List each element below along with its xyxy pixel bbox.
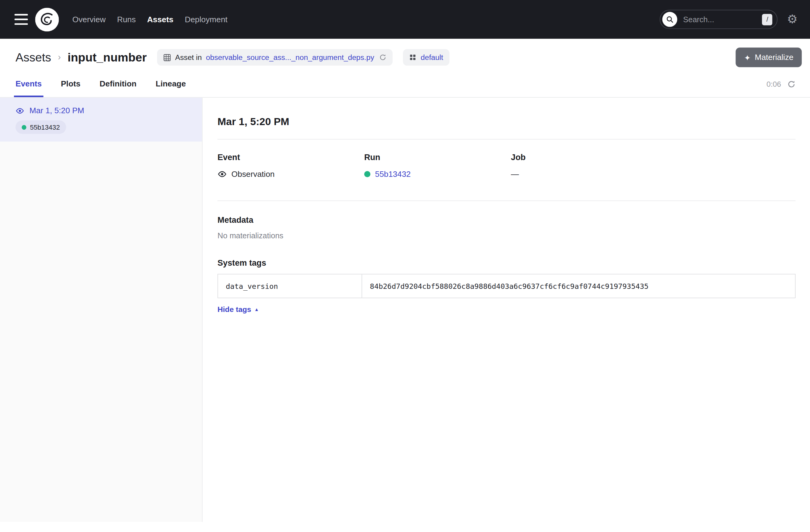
hide-tags-label: Hide tags bbox=[217, 305, 251, 313]
nav-item-overview[interactable]: Overview bbox=[67, 15, 111, 24]
asset-location-prefix: Asset in bbox=[175, 53, 202, 62]
run-column: Run 55b13432 bbox=[364, 153, 511, 179]
event-timestamp: Mar 1, 5:20 PM bbox=[16, 106, 194, 115]
tab-definition[interactable]: Definition bbox=[99, 79, 136, 97]
job-column: Job — bbox=[511, 153, 658, 179]
run-status-dot bbox=[364, 171, 370, 177]
content-area: Mar 1, 5:20 PM 55b13432 Mar 1, 5:20 PM E… bbox=[0, 98, 810, 522]
run-id-label: 55b13432 bbox=[30, 123, 60, 131]
nav-item-assets[interactable]: Assets bbox=[142, 15, 179, 24]
hide-tags-toggle[interactable]: Hide tags ▲ bbox=[217, 305, 259, 313]
refresh-timer: 0:06 bbox=[766, 80, 795, 97]
event-detail-panel: Mar 1, 5:20 PM Event Observation bbox=[202, 98, 810, 522]
refresh-icon[interactable] bbox=[787, 80, 795, 88]
asset-location-chip: Asset in observable_source_ass..._non_ar… bbox=[157, 49, 393, 65]
events-sidebar: Mar 1, 5:20 PM 55b13432 bbox=[0, 98, 202, 522]
metadata-empty-state: No materializations bbox=[217, 231, 796, 240]
eye-icon bbox=[217, 170, 227, 179]
nav-item-runs[interactable]: Runs bbox=[111, 15, 142, 24]
reload-location-icon[interactable] bbox=[379, 54, 387, 61]
event-column: Event Observation bbox=[217, 153, 364, 179]
asset-group-chip[interactable]: default bbox=[403, 49, 450, 65]
code-location-link[interactable]: observable_source_ass..._non_argument_de… bbox=[206, 53, 374, 62]
search-shortcut-key: / bbox=[762, 14, 773, 25]
eye-icon bbox=[16, 106, 25, 115]
event-summary-columns: Event Observation Run bbox=[217, 140, 796, 200]
run-id-chip[interactable]: 55b13432 bbox=[16, 120, 66, 134]
search-icon bbox=[662, 12, 677, 27]
system-tags-title: System tags bbox=[217, 258, 796, 268]
hamburger-menu-icon[interactable] bbox=[15, 14, 28, 25]
event-column-label: Event bbox=[217, 153, 364, 162]
breadcrumb-assets-link[interactable]: Assets bbox=[16, 50, 51, 65]
system-tags-table: data_version 84b26d7d9204cbf588026c8a988… bbox=[217, 274, 796, 298]
event-detail-title: Mar 1, 5:20 PM bbox=[217, 116, 796, 128]
asset-group-link[interactable]: default bbox=[421, 53, 443, 62]
run-column-label: Run bbox=[364, 153, 511, 162]
tag-value-cell: 84b26d7d9204cbf588026c8a9886d403a6c9637c… bbox=[362, 275, 795, 297]
metadata-title: Metadata bbox=[217, 215, 796, 225]
event-timestamp-label: Mar 1, 5:20 PM bbox=[30, 106, 84, 115]
tag-key-cell: data_version bbox=[218, 275, 362, 297]
metadata-section: Metadata No materializations bbox=[217, 215, 796, 240]
run-status-dot bbox=[21, 125, 26, 129]
dagster-logo[interactable] bbox=[35, 7, 59, 31]
materialize-button[interactable]: ✦ Materialize bbox=[736, 47, 802, 67]
search-box[interactable]: / bbox=[660, 10, 778, 29]
event-list-item[interactable]: Mar 1, 5:20 PM 55b13432 bbox=[0, 98, 202, 142]
materialize-label: Materialize bbox=[755, 53, 793, 62]
refresh-countdown: 0:06 bbox=[766, 80, 781, 88]
page-title: input_number bbox=[67, 50, 147, 65]
page-header: Assets › input_number Asset in observabl… bbox=[0, 39, 810, 98]
breadcrumb: Assets › input_number Asset in observabl… bbox=[0, 39, 810, 71]
asset-group-icon bbox=[409, 54, 417, 61]
job-value: — bbox=[511, 170, 519, 179]
job-column-label: Job bbox=[511, 153, 658, 162]
gear-icon[interactable]: ⚙ bbox=[787, 13, 797, 25]
event-type-value: Observation bbox=[231, 170, 275, 179]
run-id-link[interactable]: 55b13432 bbox=[375, 170, 411, 179]
tab-events[interactable]: Events bbox=[16, 79, 42, 97]
breadcrumb-separator: › bbox=[58, 52, 62, 62]
table-grid-icon bbox=[163, 53, 171, 61]
system-tags-section: System tags data_version 84b26d7d9204cbf… bbox=[217, 258, 796, 314]
nav-item-deployment[interactable]: Deployment bbox=[179, 15, 233, 24]
caret-up-icon: ▲ bbox=[254, 307, 259, 312]
tab-lineage[interactable]: Lineage bbox=[156, 79, 185, 97]
sparkle-icon: ✦ bbox=[744, 53, 751, 61]
app-viewport: Overview Runs Assets Deployment / ⚙ Asse… bbox=[0, 0, 810, 532]
search-input[interactable] bbox=[682, 15, 758, 25]
top-nav: Overview Runs Assets Deployment / ⚙ bbox=[0, 0, 810, 39]
tab-plots[interactable]: Plots bbox=[61, 79, 80, 97]
tab-bar: Events Plots Definition Lineage 0:06 bbox=[0, 71, 810, 98]
